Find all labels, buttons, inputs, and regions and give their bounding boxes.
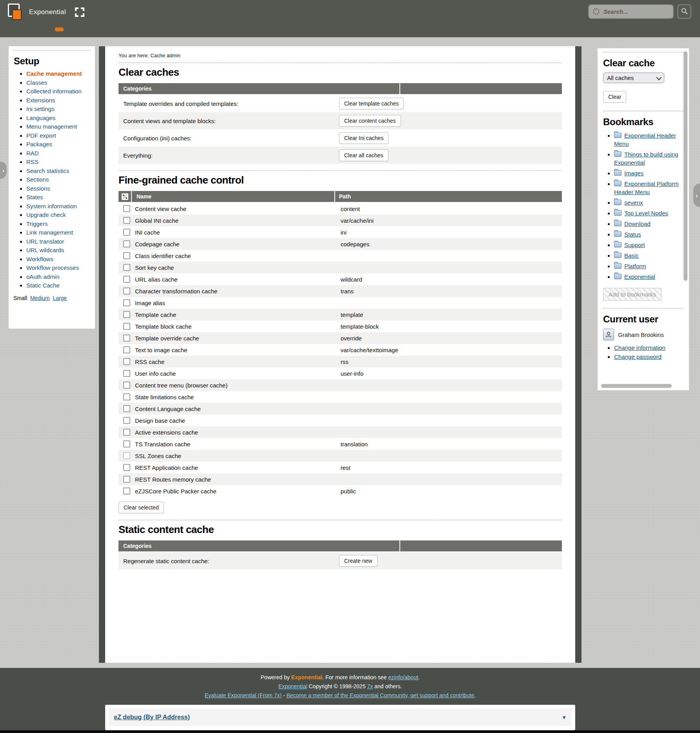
- evaluate-link[interactable]: Evaluate Exponential (From 7x): [205, 692, 282, 698]
- collapse-right-tab[interactable]: ‹: [693, 184, 700, 207]
- row-checkbox[interactable]: [123, 217, 130, 224]
- sidebar-item-link[interactable]: Sessions: [26, 185, 50, 192]
- vertical-scrollbar[interactable]: [684, 51, 687, 281]
- dotted-separator: [603, 111, 684, 111]
- clear-selected-button[interactable]: Clear selected: [118, 502, 164, 513]
- bookmark-link[interactable]: Exponential Platform Header Menu: [614, 180, 678, 195]
- row-checkbox[interactable]: [123, 405, 130, 412]
- row-checkbox[interactable]: [123, 464, 130, 471]
- horizontal-scrollbar[interactable]: [601, 384, 672, 388]
- row-checkbox[interactable]: [123, 287, 130, 295]
- bookmark-link[interactable]: Basic: [624, 252, 639, 259]
- row-checkbox[interactable]: [123, 487, 130, 495]
- bookmark-link[interactable]: Exponential Header Menu: [614, 132, 676, 147]
- bookmarks-title: Bookmarks: [603, 116, 679, 127]
- row-checkbox[interactable]: [123, 382, 130, 389]
- invert-selection-icon[interactable]: [118, 191, 132, 202]
- sidebar-item-link[interactable]: System information: [26, 203, 77, 209]
- bookmark-item: Top Level Nodes: [614, 209, 679, 217]
- user-link[interactable]: Change password: [614, 353, 662, 360]
- sidebar-item-link[interactable]: Upgrade check: [26, 211, 66, 218]
- size-link-medium[interactable]: Medium: [30, 295, 50, 301]
- ezinfo-link[interactable]: ezinfo/about: [388, 674, 418, 680]
- sidebar-item-link[interactable]: Menu management: [26, 123, 77, 130]
- search-button[interactable]: [677, 4, 691, 19]
- sidebar-item-link[interactable]: Workflows: [26, 256, 53, 262]
- sidebar-item-link[interactable]: Static Cache: [26, 282, 60, 289]
- table-row: Sort key cache: [118, 262, 562, 273]
- row-action-button[interactable]: Clear Ini caches: [339, 132, 388, 144]
- row-action-button[interactable]: Create new: [339, 555, 377, 567]
- bookmark-link[interactable]: Images: [624, 170, 643, 176]
- row-checkbox[interactable]: [123, 429, 130, 436]
- row-checkbox[interactable]: [123, 323, 130, 330]
- clear-button[interactable]: Clear: [603, 91, 626, 103]
- table-row: RSS cache rss: [118, 356, 562, 367]
- row-checkbox[interactable]: [123, 276, 130, 283]
- sidebar-item-link[interactable]: Classes: [26, 79, 47, 86]
- sidebar-item-link[interactable]: Extensions: [26, 97, 55, 104]
- sidebar-item-link[interactable]: States: [26, 194, 43, 200]
- sevenx-link[interactable]: 7x: [367, 683, 373, 689]
- row-checkbox[interactable]: [123, 335, 130, 342]
- bookmark-link[interactable]: Platform: [624, 263, 646, 269]
- sidebar-item-link[interactable]: Packages: [26, 141, 52, 147]
- search-input[interactable]: [603, 8, 663, 15]
- sidebar-item-link[interactable]: oAuth admin: [26, 273, 59, 280]
- row-checkbox[interactable]: [123, 452, 130, 459]
- row-checkbox[interactable]: [123, 299, 130, 306]
- row-checkbox[interactable]: [123, 476, 130, 483]
- row-action-button[interactable]: Clear content caches: [339, 115, 401, 127]
- folder-icon: [614, 221, 622, 226]
- exponential-link[interactable]: Exponential: [279, 683, 307, 689]
- row-checkbox[interactable]: [123, 358, 130, 365]
- row-checkbox[interactable]: [123, 417, 130, 424]
- bookmark-link[interactable]: Top Level Nodes: [624, 210, 668, 216]
- chevron-down-icon: [656, 75, 662, 80]
- bookmark-link[interactable]: sevenx: [624, 199, 643, 206]
- row-action-button[interactable]: Clear all caches: [339, 149, 388, 161]
- size-link-large[interactable]: Large: [53, 295, 67, 301]
- row-checkbox[interactable]: [123, 229, 130, 236]
- sidebar-item-link[interactable]: Collected information: [26, 88, 82, 95]
- row-action-button[interactable]: Clear template caches: [339, 98, 404, 109]
- sidebar-item: RAD: [26, 150, 95, 156]
- debug-toggle-icon[interactable]: ▼: [561, 715, 567, 720]
- sidebar-item-link[interactable]: Link management: [26, 229, 73, 236]
- row-checkbox[interactable]: [123, 264, 130, 271]
- cache-path: translation: [341, 441, 368, 447]
- sidebar-item-link[interactable]: Workflow processes: [26, 264, 79, 271]
- user-link[interactable]: Change information: [614, 344, 665, 351]
- bookmark-link[interactable]: Exponential: [624, 273, 655, 280]
- community-link[interactable]: Become a member of the Exponential Commu…: [286, 692, 474, 698]
- row-checkbox[interactable]: [123, 205, 130, 212]
- sidebar-item-link[interactable]: URL wildcards: [26, 247, 64, 253]
- bookmark-link[interactable]: Status: [624, 231, 641, 238]
- row-checkbox[interactable]: [123, 370, 130, 377]
- sidebar-item-link[interactable]: Ini settings: [26, 105, 55, 112]
- collapse-left-tab[interactable]: ›: [0, 162, 7, 179]
- row-checkbox[interactable]: [123, 346, 130, 353]
- sidebar-item-link[interactable]: RAD: [26, 150, 39, 156]
- sidebar-item-link[interactable]: Cache management: [26, 70, 82, 77]
- nav-item[interactable]: [55, 27, 64, 31]
- sidebar-item-link[interactable]: Languages: [26, 115, 55, 121]
- row-checkbox[interactable]: [123, 311, 130, 318]
- search-box[interactable]: [588, 4, 674, 19]
- sidebar-item-link[interactable]: Triggers: [26, 220, 47, 227]
- debug-title-link[interactable]: eZ debug (By IP Address): [114, 714, 190, 721]
- row-checkbox[interactable]: [123, 393, 130, 400]
- row-checkbox[interactable]: [123, 240, 130, 247]
- row-checkbox[interactable]: [123, 440, 130, 447]
- row-checkbox[interactable]: [123, 252, 130, 259]
- sidebar-item-link[interactable]: Search statistics: [26, 167, 69, 174]
- cache-type-select[interactable]: All caches: [603, 73, 664, 83]
- fullscreen-icon[interactable]: [75, 7, 85, 17]
- bookmark-link[interactable]: Download: [624, 220, 651, 227]
- bookmark-link[interactable]: Support: [624, 242, 645, 248]
- sidebar-item-link[interactable]: Sections: [26, 176, 49, 183]
- bookmark-link[interactable]: Things to build using Exponential: [614, 151, 678, 166]
- sidebar-item-link[interactable]: RSS: [26, 158, 38, 165]
- sidebar-item-link[interactable]: URL translator: [26, 238, 64, 245]
- sidebar-item-link[interactable]: PDF export: [26, 132, 56, 139]
